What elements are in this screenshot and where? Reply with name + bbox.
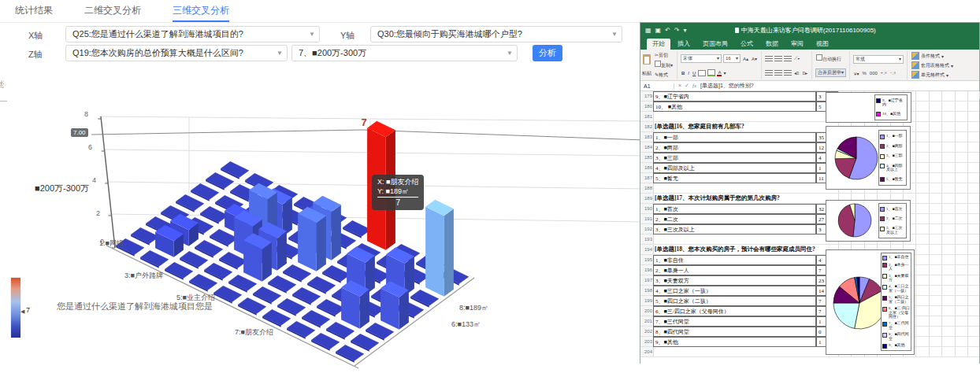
tab-3[interactable]: 三维交叉分析 [173, 0, 229, 22]
merge-center-button[interactable]: 合并后居中▾ [815, 68, 846, 77]
align-right-button[interactable] [784, 70, 792, 76]
row-number[interactable]: 181 [640, 112, 654, 121]
row-number[interactable]: 194 [640, 245, 654, 254]
tab-1[interactable]: 统计结果 [15, 0, 53, 22]
bold-button[interactable]: B [681, 71, 685, 76]
row-number[interactable]: 193 [640, 235, 654, 244]
analyze-button[interactable]: 分析 [533, 45, 562, 61]
font-name-select[interactable]: 宋体▾ [681, 54, 722, 63]
cell-A190[interactable]: 1、■首次 [653, 204, 816, 214]
z-axis-select[interactable]: Q19:您本次购房的总价预算大概是什么区间? ▼ [65, 45, 288, 61]
cell-A180[interactable]: 10、 ■其他 [653, 102, 816, 112]
cut-button[interactable]: ✂剪切 [654, 52, 674, 59]
comma-style-button[interactable]: 000 [869, 71, 878, 76]
cell-A183[interactable]: 1、■一部 [653, 132, 816, 142]
x-axis-select[interactable]: Q25:您是通过什么渠道了解到海港城项目的? ▼ [65, 26, 320, 42]
cell-A195[interactable]: 1、■非自住 [653, 255, 816, 265]
ribbon-tab-开始[interactable]: 开始 [647, 39, 670, 50]
row-number[interactable]: 197 [640, 275, 654, 285]
decrease-indent-button[interactable]: ◂≡ [793, 70, 800, 76]
undo-icon[interactable]: ↶ [665, 27, 670, 34]
shrink-font-button[interactable]: A▾ [751, 56, 758, 61]
accounting-format-button[interactable]: ¥▾ [853, 71, 859, 76]
row-number[interactable]: 201 [640, 316, 654, 326]
y-axis-select[interactable]: Q30:您最倾向于购买海港城哪个户型? ▼ [370, 26, 622, 42]
cell-A199[interactable]: 5、■四口之家（二孩） [653, 296, 816, 306]
cell-A185[interactable]: 3、■三部 [653, 153, 816, 163]
copy-button[interactable]: 复制▾ [654, 61, 674, 69]
row-number[interactable]: 189 [640, 194, 654, 203]
orientation-button[interactable]: ⟋▾ [793, 56, 800, 61]
row-number[interactable]: 192 [640, 224, 654, 234]
enter-icon[interactable]: ✓ [685, 83, 689, 89]
italic-button[interactable]: I [687, 71, 690, 76]
font-color-button[interactable]: A [717, 70, 722, 76]
cell-A191[interactable]: 2、■二次 [653, 214, 816, 224]
row-number[interactable]: 190 [640, 204, 654, 213]
cell-A196[interactable]: 2、■单身一人 [653, 265, 816, 275]
row-number[interactable]: 204 [640, 347, 654, 356]
app-grid-icon[interactable]: ▦ [645, 27, 651, 34]
row-number[interactable]: 198 [640, 286, 654, 295]
align-center-button[interactable] [774, 70, 782, 76]
align-left-button[interactable] [765, 70, 773, 76]
font-size-select[interactable]: 16▾ [723, 54, 741, 63]
z-item-select[interactable]: 7、■200万-300万 ▼ [291, 45, 518, 61]
cell-A179[interactable]: 9、■辽宁省内 [653, 91, 816, 102]
tab-2[interactable]: 二维交叉分析 [84, 0, 141, 22]
row-number[interactable]: 191 [640, 214, 654, 223]
sheet-grid[interactable]: 1799、■辽宁省内318010、 ■其他5181182[单选题]16、您家庭目… [640, 91, 979, 364]
cell-A184[interactable]: 2、■两部 [653, 142, 816, 153]
redo-icon[interactable]: ↷ [674, 27, 680, 34]
cell-A203[interactable]: 9、■其他 [653, 337, 816, 347]
increase-indent-button[interactable]: ≡▸ [802, 70, 809, 76]
ribbon-tab-页面布局[interactable]: 页面布局 [697, 39, 733, 50]
visual-map-gradient[interactable] [10, 277, 21, 338]
fill-color-button[interactable] [707, 69, 715, 76]
cell-A186[interactable]: 4、■四部及以上 [653, 163, 816, 173]
row-number[interactable]: 183 [640, 132, 654, 142]
increase-decimal-button[interactable]: ⁺·⁰ [880, 71, 888, 76]
cell-styles-button[interactable]: 单元格样式▾ [911, 71, 954, 79]
cell-A197[interactable]: 3、■夫妻双方 [653, 275, 816, 286]
ribbon-tab-公式[interactable]: 公式 [735, 39, 759, 50]
align-bottom-button[interactable] [784, 56, 792, 61]
cell-A198[interactable]: 4、■三口之家（一孩） [653, 286, 816, 296]
format-as-table-button[interactable]: 套用表格格式▾ [911, 61, 954, 69]
paste-button[interactable]: 粘贴 [642, 51, 651, 79]
row-number[interactable]: 200 [640, 306, 654, 316]
ribbon-tab-视图[interactable]: 视图 [811, 39, 834, 50]
row-number[interactable]: 203 [640, 337, 654, 346]
conditional-format-button[interactable]: 条件格式▾ [911, 52, 954, 60]
row-number[interactable]: 186 [640, 163, 654, 172]
embedded-chart-4[interactable]: 1、■非自住2、■单身一人3、■夫妻双方4、■三口之家（一孩）5、■四口之家（二… [826, 249, 915, 355]
ribbon-tab-审阅[interactable]: 审阅 [785, 39, 809, 50]
align-top-button[interactable] [765, 56, 773, 61]
row-number[interactable]: 184 [640, 142, 654, 152]
format-painter-button[interactable]: ✎格式 [654, 72, 674, 79]
row-number[interactable]: 196 [640, 265, 654, 275]
number-format-select[interactable]: 常规▾ [853, 55, 904, 64]
cell-A200[interactable]: 6、■三/四口之家（父母同住） [653, 306, 816, 316]
formula-content[interactable]: [单选题]1、您的性别? [700, 82, 754, 90]
percent-button[interactable]: % [861, 71, 867, 76]
name-box[interactable]: A1 [640, 83, 674, 89]
borders-button[interactable] [698, 70, 706, 76]
wrap-text-button[interactable]: 自动换行 [815, 54, 846, 63]
cancel-icon[interactable]: × [678, 83, 681, 89]
row-number[interactable]: 182 [640, 122, 654, 131]
ribbon-tab-插入[interactable]: 插入 [672, 39, 696, 50]
row-number[interactable]: 202 [640, 327, 654, 336]
decrease-decimal-button[interactable]: ⁻·⁰ [889, 71, 896, 76]
insert-function-icon[interactable]: fx [692, 83, 696, 89]
grow-font-button[interactable]: A▴ [742, 56, 749, 61]
row-number[interactable]: 195 [640, 255, 654, 264]
embedded-chart-1[interactable]: 9、■辽宁省内10、■其他 [826, 92, 911, 123]
cell-A187[interactable]: 5、■暂无 [653, 173, 816, 183]
embedded-chart-3[interactable]: 1、■首次2、■二次3、■三次及以上 [826, 200, 911, 242]
row-number[interactable]: 180 [640, 102, 654, 111]
row-number[interactable]: 188 [640, 183, 654, 193]
row-number[interactable]: 199 [640, 296, 654, 305]
cell-A201[interactable]: 7、■三代同堂 [653, 316, 816, 327]
row-number[interactable]: 185 [640, 153, 654, 162]
